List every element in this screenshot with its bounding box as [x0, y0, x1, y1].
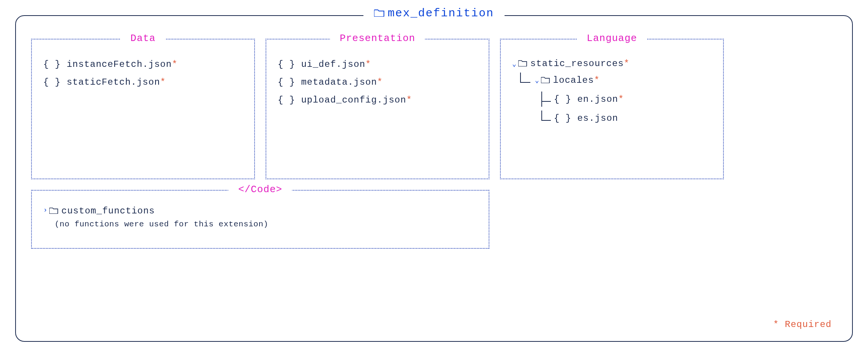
file-label: instanceFetch.json — [67, 59, 172, 70]
tree-folder-label: locales — [553, 75, 594, 85]
tree-connector — [535, 92, 554, 107]
tree-folder-row: ⌄ static_resources* — [512, 58, 712, 69]
folder-icon — [518, 59, 527, 66]
file-item: { } instanceFetch.json* — [43, 59, 243, 70]
file-label: ui_def.json — [301, 59, 365, 70]
tree-folder-label: static_resources — [530, 58, 624, 69]
folder-icon — [374, 8, 385, 17]
file-item: { } staticFetch.json* — [43, 77, 243, 87]
data-panel-title: Data — [121, 33, 165, 44]
required-marker: * — [618, 94, 624, 104]
language-panel: Language ⌄ static_resources* ⌄ locales* … — [500, 39, 724, 179]
code-panel: </Code> › custom_functions (no functions… — [31, 190, 489, 249]
required-marker: * — [624, 58, 629, 69]
chevron-right-icon: › — [43, 206, 48, 214]
required-marker: * — [365, 59, 371, 70]
top-row: Data { } instanceFetch.json* { } staticF… — [31, 39, 837, 179]
code-folder-label: custom_functions — [61, 206, 155, 216]
folder-icon — [49, 207, 58, 214]
tree-file-row: { } es.json — [512, 111, 712, 126]
tree-file-row: { } en.json* — [512, 92, 712, 107]
required-legend: * Required — [773, 319, 832, 330]
json-braces-icon: { } — [278, 59, 295, 70]
json-braces-icon: { } — [43, 77, 61, 87]
file-item: { } ui_def.json* — [278, 59, 477, 70]
tree-folder-row: ⌄ locales* — [512, 73, 712, 88]
root-folder-panel: mex_definition Data { } instanceFetch.js… — [15, 15, 853, 342]
tree-file-label: es.json — [577, 113, 618, 123]
tree-file-label: en.json — [577, 94, 618, 104]
required-marker: * — [377, 77, 383, 87]
tree-connector — [512, 73, 535, 88]
file-item: { } upload_config.json* — [278, 95, 477, 105]
chevron-down-icon: ⌄ — [512, 60, 517, 68]
json-braces-icon: { } — [554, 113, 571, 123]
json-braces-icon: { } — [554, 94, 571, 104]
language-panel-title: Language — [577, 33, 647, 44]
presentation-panel: Presentation { } ui_def.json* { } metada… — [266, 39, 489, 179]
required-marker: * — [406, 95, 412, 105]
json-braces-icon: { } — [43, 59, 61, 70]
file-label: staticFetch.json — [67, 77, 160, 87]
json-braces-icon: { } — [278, 77, 295, 87]
root-folder-label: mex_definition — [388, 7, 494, 20]
required-marker: * — [594, 75, 600, 85]
required-marker: * — [160, 77, 166, 87]
folder-icon — [541, 76, 550, 83]
data-panel: Data { } instanceFetch.json* { } staticF… — [31, 39, 255, 179]
tree-folder-row: › custom_functions — [43, 206, 477, 216]
code-empty-note: (no functions were used for this extensi… — [55, 220, 477, 229]
tree-connector — [535, 111, 554, 126]
presentation-panel-title: Presentation — [330, 33, 425, 44]
code-panel-title: </Code> — [228, 184, 292, 195]
file-label: metadata.json — [301, 77, 377, 87]
file-item: { } metadata.json* — [278, 77, 477, 87]
root-folder-title: mex_definition — [363, 7, 505, 20]
chevron-down-icon: ⌄ — [535, 76, 539, 84]
file-label: upload_config.json — [301, 95, 406, 105]
required-marker: * — [172, 59, 178, 70]
json-braces-icon: { } — [278, 95, 295, 105]
